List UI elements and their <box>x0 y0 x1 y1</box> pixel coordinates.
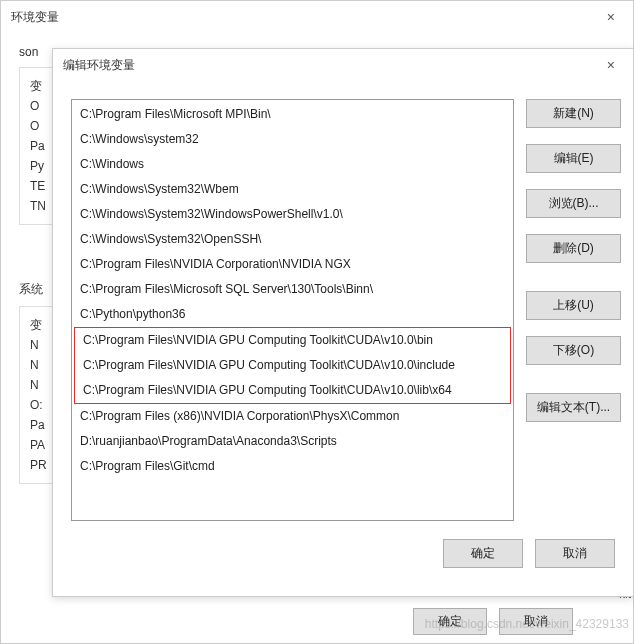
list-item[interactable]: C:\Program Files\NVIDIA GPU Computing To… <box>75 328 510 353</box>
list-item[interactable]: C:\Program Files\NVIDIA GPU Computing To… <box>75 353 510 378</box>
list-item[interactable]: C:\Program Files (x86)\NVIDIA Corporatio… <box>72 404 513 429</box>
ok-button[interactable]: 确定 <box>443 539 523 568</box>
move-down-button[interactable]: 下移(O) <box>526 336 621 365</box>
list-item[interactable]: C:\Program Files\Git\cmd <box>72 454 513 479</box>
list-item[interactable]: D:\ruanjianbao\ProgramData\Anaconda3\Scr… <box>72 429 513 454</box>
close-icon[interactable]: × <box>599 55 623 75</box>
path-list[interactable]: C:\Program Files\Microsoft MPI\Bin\ C:\W… <box>71 99 514 521</box>
move-up-button[interactable]: 上移(U) <box>526 291 621 320</box>
highlighted-group: C:\Program Files\NVIDIA GPU Computing To… <box>74 327 511 404</box>
list-item[interactable]: C:\Windows\System32\WindowsPowerShell\v1… <box>72 202 513 227</box>
close-icon[interactable]: × <box>599 7 623 27</box>
list-item[interactable]: C:\Program Files\Microsoft MPI\Bin\ <box>72 102 513 127</box>
edit-text-button[interactable]: 编辑文本(T)... <box>526 393 621 422</box>
outer-titlebar: 环境变量 × <box>1 1 633 33</box>
list-item[interactable]: C:\Python\python36 <box>72 302 513 327</box>
list-item[interactable]: C:\Windows <box>72 152 513 177</box>
new-button[interactable]: 新建(N) <box>526 99 621 128</box>
list-item[interactable]: C:\Windows\System32\Wbem <box>72 177 513 202</box>
list-item[interactable]: C:\Windows\system32 <box>72 127 513 152</box>
list-item[interactable]: C:\Program Files\NVIDIA GPU Computing To… <box>75 378 510 403</box>
inner-footer: 确定 取消 <box>53 531 633 582</box>
inner-title: 编辑环境变量 <box>63 57 135 74</box>
delete-button[interactable]: 删除(D) <box>526 234 621 263</box>
outer-title: 环境变量 <box>11 9 59 26</box>
outer-ok-button[interactable]: 确定 <box>413 608 487 635</box>
list-item[interactable]: C:\Program Files\Microsoft SQL Server\13… <box>72 277 513 302</box>
outer-footer: 确定 取消 <box>413 608 573 635</box>
list-item[interactable]: C:\Windows\System32\OpenSSH\ <box>72 227 513 252</box>
inner-body: C:\Program Files\Microsoft MPI\Bin\ C:\W… <box>53 81 633 531</box>
outer-cancel-button[interactable]: 取消 <box>499 608 573 635</box>
edit-env-var-dialog: 编辑环境变量 × C:\Program Files\Microsoft MPI\… <box>52 48 634 597</box>
browse-button[interactable]: 浏览(B)... <box>526 189 621 218</box>
inner-titlebar: 编辑环境变量 × <box>53 49 633 81</box>
button-column: 新建(N) 编辑(E) 浏览(B)... 删除(D) 上移(U) 下移(O) 编… <box>526 99 621 521</box>
cancel-button[interactable]: 取消 <box>535 539 615 568</box>
edit-button[interactable]: 编辑(E) <box>526 144 621 173</box>
list-item[interactable]: C:\Program Files\NVIDIA Corporation\NVID… <box>72 252 513 277</box>
